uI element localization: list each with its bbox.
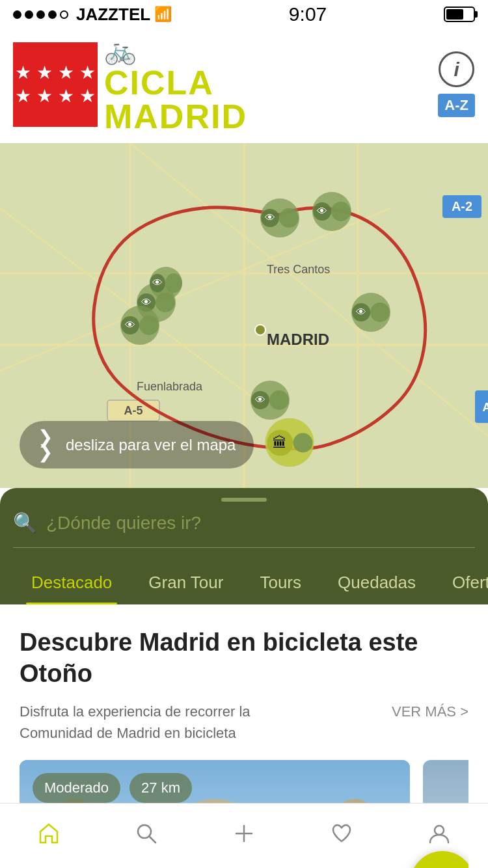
section-title: Descubre Madrid en bicicleta este Otoño: [20, 627, 468, 689]
section-desc-row: Disfruta la experiencia de recorrer la C…: [20, 701, 468, 744]
eye-icon-3: 👁: [356, 306, 366, 318]
map-pin-inner-6: 👁: [121, 316, 139, 334]
star-1: ★: [15, 64, 31, 82]
profile-icon: [427, 822, 451, 850]
tab-gran-tour[interactable]: Gran Tour: [130, 561, 241, 604]
svg-text:A: A: [483, 401, 489, 414]
nav-home[interactable]: [0, 804, 98, 868]
svg-point-38: [138, 825, 151, 838]
bike-icon: 🚲: [104, 35, 247, 66]
search-input[interactable]: [46, 513, 475, 534]
search-icon: 🔍: [13, 511, 37, 534]
tab-tours[interactable]: Tours: [241, 561, 319, 604]
map-pin-2[interactable]: 👁: [312, 192, 351, 231]
star-3: ★: [58, 64, 74, 82]
tabs-container: Destacado Gran Tour Tours Quedadas Ofert…: [0, 561, 488, 604]
nav-search[interactable]: [98, 804, 195, 868]
card-badges: Moderado 27 km: [33, 773, 192, 803]
section-description: Disfruta la experiencia de recorrer la C…: [20, 701, 293, 744]
app-header: ★ ★ ★ ★ ★ ★ ★ ★ 🚲 CICLA MADRID i A-Z: [0, 29, 488, 143]
svg-text:Fuenlabrada: Fuenlabrada: [137, 380, 203, 393]
bottom-nav: [0, 803, 488, 868]
battery-fill: [446, 9, 463, 20]
logo-cicla: CICLA: [104, 66, 247, 100]
wifi-icon: 📶: [154, 6, 172, 23]
battery-indicator: [444, 7, 475, 22]
svg-text:Tres Cantos: Tres Cantos: [267, 263, 330, 276]
madrid-dot: [254, 324, 266, 336]
header-right: i A-Z: [438, 51, 475, 117]
map-pin-building[interactable]: 🏛: [265, 418, 314, 467]
eye-icon-1: 👁: [265, 212, 275, 224]
tab-destacado[interactable]: Destacado: [13, 561, 130, 604]
status-bar: JAZZTEL 📶 9:07: [0, 0, 488, 29]
info-icon[interactable]: i: [439, 51, 474, 87]
svg-text:A-2: A-2: [452, 199, 472, 213]
map-pin-inner-1: 👁: [261, 209, 279, 227]
bottom-sheet: 🔍 Destacado Gran Tour Tours Quedadas Ofe…: [0, 488, 488, 604]
sheet-handle[interactable]: [221, 498, 267, 502]
eye-icon-7: 👁: [152, 277, 163, 289]
tab-ofertas[interactable]: Ofertas: [434, 561, 488, 604]
chevron-down-icon: ❯ ❯: [38, 430, 53, 459]
map-pin-6[interactable]: 👁: [120, 306, 159, 345]
status-left: JAZZTEL 📶: [13, 5, 172, 25]
star-4: ★: [79, 64, 96, 82]
ver-mas-link[interactable]: VER MÁS >: [392, 701, 468, 720]
map-container[interactable]: A-5 A-2 A MADRID Tres Cantos Fuenlabrada…: [0, 143, 488, 488]
star-7: ★: [58, 87, 74, 105]
status-right: [444, 7, 475, 22]
eye-icon-2: 👁: [317, 206, 327, 217]
svg-point-42: [435, 826, 444, 835]
search-bar: 🔍: [13, 511, 475, 548]
logo-madrid: MADRID: [104, 100, 247, 133]
home-icon: [37, 822, 61, 850]
signal-dot-3: [36, 10, 45, 19]
star-6: ★: [36, 87, 53, 105]
nav-add[interactable]: [195, 804, 293, 868]
logo-stars: ★ ★ ★ ★ ★ ★ ★ ★: [5, 54, 105, 115]
map-pin-inner-3: 👁: [352, 303, 370, 321]
star-5: ★: [15, 87, 31, 105]
logo-flag: ★ ★ ★ ★ ★ ★ ★ ★: [13, 42, 98, 127]
star-8: ★: [79, 87, 96, 105]
heart-icon: [330, 822, 353, 850]
az-badge[interactable]: A-Z: [438, 94, 475, 117]
map-pin-inner-4: 👁: [251, 391, 269, 409]
logo-container: ★ ★ ★ ★ ★ ★ ★ ★ 🚲 CICLA MADRID: [13, 35, 247, 133]
eye-icon-6: 👁: [125, 319, 135, 331]
svg-text:A-5: A-5: [124, 404, 142, 417]
svg-text:MADRID: MADRID: [267, 331, 329, 348]
map-pin-4[interactable]: 👁: [251, 381, 290, 420]
carrier-label: JAZZTEL: [76, 5, 150, 25]
nav-favorites[interactable]: [293, 804, 390, 868]
signal-dots: [13, 10, 68, 19]
status-time: 9:07: [289, 3, 327, 25]
map-pin-inner-building: 🏛: [267, 429, 293, 455]
signal-dot-5: [60, 10, 68, 19]
map-pin-1[interactable]: 👁: [260, 198, 299, 237]
add-icon: [232, 822, 256, 850]
tab-quedadas[interactable]: Quedadas: [319, 561, 434, 604]
map-pin-3[interactable]: 👁: [351, 293, 390, 332]
search-nav-icon: [135, 822, 158, 850]
distance-badge: 27 km: [129, 773, 192, 803]
difficulty-badge: Moderado: [33, 773, 120, 803]
star-2: ★: [36, 64, 53, 82]
map-pin-inner-2: 👁: [313, 202, 331, 221]
signal-dot-4: [48, 10, 57, 19]
svg-line-39: [150, 837, 156, 843]
signal-dot-1: [13, 10, 21, 19]
signal-dot-2: [25, 10, 33, 19]
map-pin-7[interactable]: 👁: [150, 267, 182, 299]
eye-icon-4: 👁: [255, 394, 265, 406]
scroll-indicator[interactable]: ❯ ❯ desliza para ver el mapa: [20, 421, 254, 468]
scroll-hint-text: desliza para ver el mapa: [66, 436, 236, 454]
logo-text: 🚲 CICLA MADRID: [104, 35, 247, 133]
map-pin-inner-7: 👁: [150, 274, 165, 292]
